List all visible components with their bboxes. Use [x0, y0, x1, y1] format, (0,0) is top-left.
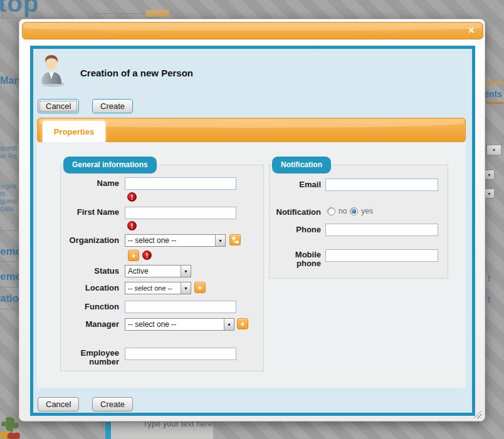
background-rule — [486, 102, 504, 104]
page-background: top s Man quest er Re signe ts quest cal… — [0, 0, 504, 439]
name-input[interactable] — [125, 177, 236, 190]
validation-error-icon: ! — [127, 192, 137, 202]
chevron-down-icon: ▼ — [487, 192, 491, 196]
divider — [0, 287, 18, 287]
function-input[interactable] — [125, 301, 236, 313]
background-dropdown: ▼ — [486, 145, 501, 155]
background-dropdown: ▼ — [484, 170, 495, 180]
sidebar-item: quest — [0, 144, 17, 152]
plus-icon: + — [240, 319, 245, 329]
sidebar-item: calls — [0, 205, 14, 212]
divider — [0, 309, 18, 309]
background-bar — [105, 422, 111, 439]
sidebar-section-title: Man — [0, 75, 20, 86]
manager-label: Manager — [61, 320, 119, 329]
itop-logo: top — [0, 0, 39, 18]
sidebar-section-title: eme — [0, 245, 21, 258]
notification-fieldset: Notification Email Notification no yes P… — [269, 165, 448, 279]
mobile-phone-label: Mobile phone — [270, 250, 321, 268]
dialog-content: Creation of a new Person Cancel Create P… — [30, 46, 475, 416]
validation-error-icon: ! — [142, 250, 152, 260]
email-input[interactable] — [325, 178, 438, 191]
tab-properties[interactable]: Properties — [43, 121, 105, 143]
create-button-top[interactable]: Create — [92, 99, 133, 113]
phone-label: Phone — [270, 225, 321, 234]
notification-label: Notification — [270, 208, 321, 217]
organization-select[interactable]: -- select one -- ▼ — [125, 234, 226, 247]
status-select-value: Active — [128, 267, 149, 276]
plus-icon: + — [197, 283, 202, 292]
sidebar-item: er Re — [0, 152, 17, 160]
sidebar-item: quest — [0, 197, 17, 205]
organization-label: Organization — [61, 236, 119, 245]
location-select[interactable]: -- select one -- ▼ — [125, 282, 191, 294]
create-button-bottom[interactable]: Create — [92, 397, 133, 411]
divider — [0, 230, 18, 231]
chevron-down-icon: ▼ — [492, 148, 496, 152]
dialog-title: Creation of a new Person — [80, 68, 193, 78]
organization-hierarchy-button[interactable] — [229, 234, 241, 245]
chevron-down-icon[interactable]: ▼ — [215, 235, 225, 246]
hierarchy-icon — [232, 237, 239, 244]
validation-error-icon: ! — [127, 221, 137, 230]
sidebar-item: signe — [0, 182, 16, 190]
person-icon — [37, 53, 66, 88]
divider — [94, 13, 146, 14]
notification-radio-group: no yes — [327, 207, 373, 215]
background-heading: ents — [484, 89, 502, 99]
chevron-down-icon[interactable]: ▼ — [224, 319, 234, 330]
create-person-dialog: ✕ Creation of a new Person Cancel Create — [19, 19, 485, 421]
organization-select-value: -- select one -- — [128, 236, 176, 245]
sidebar-item: ts — [0, 190, 6, 197]
sidebar-section-title: atio — [0, 292, 19, 305]
mobile-phone-input[interactable] — [325, 249, 438, 262]
divider — [0, 18, 60, 18]
radio-yes[interactable] — [350, 207, 358, 215]
add-manager-button[interactable]: + — [237, 318, 248, 329]
first-name-input[interactable] — [125, 207, 236, 219]
function-label: Function — [61, 302, 119, 311]
chevron-down-icon: ▼ — [487, 173, 491, 177]
add-location-button[interactable]: + — [194, 282, 206, 293]
background-mark: ! — [488, 274, 490, 283]
add-organization-button[interactable]: + — [128, 250, 139, 261]
email-label: Email — [270, 180, 321, 189]
background-rule — [486, 81, 504, 84]
plus-icon: + — [131, 251, 136, 261]
phone-input[interactable] — [325, 224, 438, 236]
general-informations-fieldset: General informations Name ! First Name !… — [60, 165, 264, 371]
general-informations-legend: General informations — [63, 157, 157, 173]
chevron-down-icon[interactable]: ▼ — [181, 282, 191, 294]
cancel-button-bottom[interactable]: Cancel — [38, 397, 79, 411]
notification-legend: Notification — [272, 157, 331, 173]
location-select-value: -- select one -- — [128, 284, 172, 292]
radio-yes-label: yes — [361, 207, 373, 215]
background-tab — [145, 10, 169, 17]
manager-select-value: -- select one -- — [128, 320, 176, 329]
background-text: s — [1, 13, 4, 21]
location-label: Location — [61, 284, 119, 292]
sidebar-section-title: eme — [0, 271, 21, 283]
divider — [0, 261, 18, 262]
name-label: Name — [61, 179, 119, 188]
employee-number-label: Employee number — [61, 349, 119, 366]
radio-no[interactable] — [327, 207, 335, 215]
close-icon[interactable]: ✕ — [466, 25, 477, 36]
employee-number-input[interactable] — [125, 348, 236, 360]
status-select[interactable]: Active ▼ — [125, 265, 191, 277]
dialog-titlebar[interactable]: ✕ — [22, 22, 483, 39]
tab-bar: Properties — [37, 118, 466, 142]
background-dropdown: ▼ — [484, 189, 495, 199]
properties-panel: General informations Name ! First Name !… — [37, 142, 466, 388]
radio-no-label: no — [339, 207, 347, 215]
manager-select[interactable]: -- select one -- ▼ — [125, 318, 234, 331]
chevron-down-icon[interactable]: ▼ — [181, 266, 191, 277]
first-name-label: First Name — [61, 208, 119, 217]
status-label: Status — [61, 267, 119, 276]
cancel-button-top[interactable]: Cancel — [38, 99, 79, 113]
background-mark: ! — [488, 295, 490, 304]
